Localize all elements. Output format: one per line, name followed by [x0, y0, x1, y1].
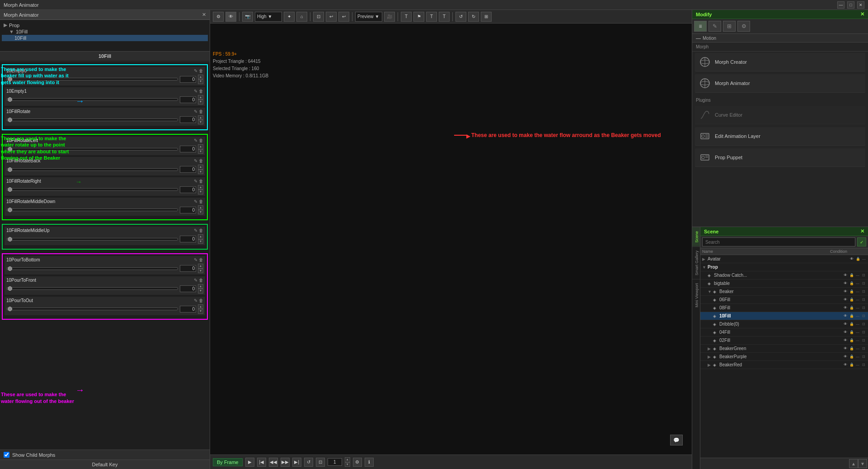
slider-10fillrotate[interactable]: [6, 118, 178, 121]
2f-eye[interactable]: 👁: [843, 338, 848, 343]
toolbar-btn-t2[interactable]: T: [426, 12, 437, 22]
scene-item-shadowcatch[interactable]: ◈ Shadow Catch... 👁 🔒 — ⊡: [700, 271, 868, 280]
minimize-btn[interactable]: —: [837, 1, 845, 9]
toolbar-btn-home[interactable]: ⌂: [296, 12, 307, 22]
spin-down-10fillrotatemiddledown[interactable]: ▼: [198, 210, 203, 214]
edit-icon-10empty1[interactable]: ✎: [194, 89, 197, 94]
spin-down-10pourtobottom[interactable]: ▼: [198, 269, 203, 273]
value-10pourtoout[interactable]: [180, 306, 196, 313]
close-left-panel-btn[interactable]: ✕: [202, 12, 206, 18]
scene-scroll-up[interactable]: ▲: [849, 459, 858, 468]
slider-10fillrotatemiddleup[interactable]: [6, 238, 178, 241]
curve-editor-item[interactable]: Curve Editor: [695, 106, 865, 124]
scene-item-02fill[interactable]: ◈ 02Fill 👁 🔒 — ⊡: [700, 336, 868, 345]
edit-icon-10fillrotateleft[interactable]: ✎: [194, 138, 197, 143]
frame-spin-down[interactable]: ▼: [345, 462, 350, 467]
scene-item-dribble[interactable]: ◈ Dribble(0) 👁 🔒 — ⊡: [700, 320, 868, 328]
maximize-btn[interactable]: □: [847, 1, 854, 9]
slider-10pourtobottom[interactable]: [6, 267, 178, 270]
sc-extra[interactable]: ⊡: [861, 273, 866, 278]
value-10fillrotateback[interactable]: [180, 166, 196, 173]
6f-lock[interactable]: 🔒: [849, 297, 854, 303]
scene-item-beaker[interactable]: ▼ ◈ Beaker 👁 🔒 — ⊡: [700, 288, 868, 296]
spin-down-10fillrotateback[interactable]: ▼: [198, 170, 203, 174]
toolbar-btn-sun[interactable]: ✦: [284, 12, 295, 22]
scene-item-beakerpurple[interactable]: ▶ ◈ BeakerPurple 👁 🔒 — ⊡: [700, 353, 868, 361]
2f-extra[interactable]: ⊡: [861, 338, 866, 343]
slider-10fillrotateback[interactable]: [6, 168, 178, 171]
toolbar-btn-1[interactable]: 📷: [242, 12, 253, 22]
delete-icon-10fillrotate[interactable]: 🗑: [199, 109, 203, 114]
bg-extra[interactable]: ⊡: [861, 346, 866, 351]
8f-eye[interactable]: 👁: [843, 305, 848, 311]
bg-lock[interactable]: 🔒: [849, 346, 854, 351]
prev-frame-btn[interactable]: |◀: [257, 458, 266, 467]
toolbar-btn-back[interactable]: ↩: [326, 12, 337, 22]
edit-icon-10fillrotatemiddledown[interactable]: ✎: [194, 199, 197, 204]
spin-down-10fillrotate[interactable]: ▼: [198, 120, 203, 124]
spin-up-10fillrotatemiddleup[interactable]: ▲: [198, 234, 203, 239]
4f-eye[interactable]: 👁: [843, 330, 848, 335]
spin-up-10pourtoout[interactable]: ▲: [198, 304, 203, 309]
info-timeline-btn[interactable]: ℹ: [365, 458, 374, 467]
toolbar-btn-r1[interactable]: ↺: [455, 12, 466, 22]
scene-item-10fill[interactable]: ◈ 10Fill 👁 🔒 — ⊡: [700, 312, 868, 320]
close-btn[interactable]: ✕: [857, 1, 864, 9]
edit-icon-10fillrotate[interactable]: ✎: [194, 109, 197, 114]
edit-icon-10fillrotateright[interactable]: ✎: [194, 179, 197, 184]
slider-10pourtoout[interactable]: [6, 308, 178, 310]
spin-down-10fillrotateright[interactable]: ▼: [198, 189, 203, 194]
dr-extra[interactable]: ⊡: [861, 322, 866, 327]
spin-down-10empty1[interactable]: ▼: [198, 99, 203, 104]
br-eye[interactable]: 👁: [843, 362, 848, 368]
close-modify-btn[interactable]: ✕: [860, 11, 864, 17]
edit-animation-layer-item[interactable]: Edit Animation Layer: [695, 127, 865, 146]
slider-10fillrotatemiddledown[interactable]: [6, 208, 178, 211]
4f-extra[interactable]: ⊡: [861, 330, 866, 335]
modify-tab-1[interactable]: ≡: [694, 21, 707, 32]
sc-lock[interactable]: 🔒: [849, 273, 854, 278]
spin-up-10pourtobottom[interactable]: ▲: [198, 264, 203, 268]
edit-icon-10fillrotatemiddleup[interactable]: ✎: [194, 228, 197, 233]
frame-spin-up[interactable]: ▲: [345, 457, 350, 462]
value-10fillrotateleft[interactable]: [180, 146, 196, 152]
spin-up-10fillrotateright[interactable]: ▲: [198, 185, 203, 189]
8f-extra[interactable]: ⊡: [861, 305, 866, 311]
bt-lock[interactable]: 🔒: [849, 281, 854, 286]
slider-10empty1[interactable]: [6, 98, 178, 101]
search-input[interactable]: [702, 237, 855, 246]
frame-input[interactable]: [328, 458, 342, 466]
scene-scroll-down[interactable]: ▼: [858, 459, 867, 468]
play-btn[interactable]: ▶: [245, 458, 254, 467]
side-tab-smart-gallery[interactable]: Smart Gallery: [692, 246, 700, 279]
spin-up-10fillrotateback[interactable]: ▲: [198, 165, 203, 169]
bk-extra[interactable]: ⊡: [861, 289, 866, 294]
delete-icon-10empty1[interactable]: 🗑: [199, 89, 203, 94]
toolbar-btn-t1[interactable]: T: [401, 12, 412, 22]
close-scene-btn[interactable]: ✕: [860, 228, 864, 234]
modify-tab-2[interactable]: ✎: [708, 21, 721, 32]
tree-item-prop[interactable]: ▶ Prop: [2, 22, 208, 28]
preview-dropdown[interactable]: Preview ▼: [355, 12, 382, 22]
delete-icon-10fillrotateright[interactable]: 🗑: [199, 179, 203, 184]
delete-icon-10fillrotateleft[interactable]: 🗑: [199, 138, 203, 143]
comment-icon[interactable]: 💬: [670, 435, 683, 445]
settings-timeline-btn[interactable]: ⚙: [353, 458, 362, 467]
bt-extra[interactable]: ⊡: [861, 281, 866, 286]
morph-animator-item[interactable]: Morph Animator: [695, 74, 865, 93]
bk-eye[interactable]: 👁: [843, 289, 848, 294]
loop-btn[interactable]: ↺: [304, 458, 313, 467]
record-btn[interactable]: ⊡: [316, 458, 325, 467]
value-10empty1[interactable]: [180, 96, 196, 103]
scene-item-06fill[interactable]: ◈ 06Fill 👁 🔒 — ⊡: [700, 296, 868, 304]
6f-eye[interactable]: 👁: [843, 297, 848, 303]
2f-lock[interactable]: 🔒: [849, 338, 854, 343]
toolbar-btn-settings[interactable]: ⚙: [213, 12, 224, 22]
side-tab-scene[interactable]: Scene: [692, 227, 700, 246]
spin-down-10fillrotatemiddleup[interactable]: ▼: [198, 239, 203, 244]
edit-icon-10pourtobottom[interactable]: ✎: [194, 257, 197, 262]
spin-up-10empty0[interactable]: ▲: [198, 75, 203, 79]
10f-eye[interactable]: 👁: [843, 313, 848, 319]
timeline-mode-btn[interactable]: By Frame: [213, 458, 243, 466]
edit-icon-10fillrotateback[interactable]: ✎: [194, 158, 197, 163]
